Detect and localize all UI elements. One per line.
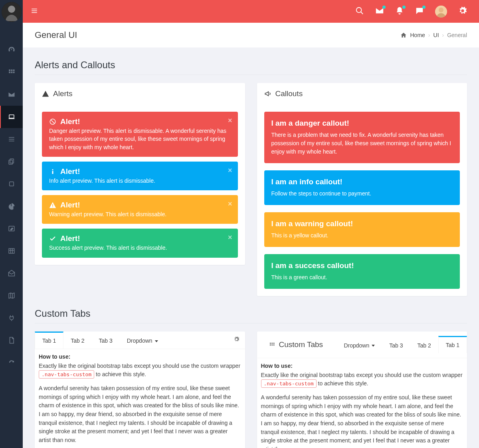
chat-button[interactable] bbox=[415, 6, 424, 17]
sidebar-item-mailbox[interactable] bbox=[0, 83, 23, 106]
svg-rect-34 bbox=[273, 342, 274, 343]
col-callouts: Callouts I am a danger callout! There is… bbox=[257, 83, 467, 296]
header-user-avatar[interactable] bbox=[435, 6, 447, 18]
tabs-settings-button[interactable] bbox=[228, 332, 245, 349]
callout-body: This is a yellow callout. bbox=[271, 231, 453, 240]
callout-success: I am a success callout! This is a green … bbox=[264, 254, 460, 289]
user-avatar[interactable] bbox=[2, 2, 22, 22]
svg-rect-2 bbox=[9, 69, 10, 71]
alert-body: Success alert preview. This alert is dis… bbox=[49, 244, 231, 252]
svg-rect-3 bbox=[11, 69, 12, 71]
svg-rect-22 bbox=[32, 10, 37, 11]
sidebar-item-ui[interactable] bbox=[0, 106, 23, 128]
howto-code: .nav-tabs-custom bbox=[39, 370, 94, 379]
tab-paragraph: A wonderful serenity has taken possessio… bbox=[39, 384, 241, 445]
sidebar-item-tables[interactable] bbox=[0, 240, 23, 262]
messages-button[interactable] bbox=[375, 6, 384, 17]
sidebar-item-apps[interactable] bbox=[0, 61, 23, 83]
svg-line-29 bbox=[51, 120, 55, 124]
svg-rect-4 bbox=[13, 69, 14, 71]
settings-button[interactable] bbox=[458, 6, 467, 17]
alert-close-button[interactable]: × bbox=[228, 116, 232, 125]
svg-point-1 bbox=[8, 6, 15, 13]
sidebar-item-box[interactable] bbox=[0, 173, 23, 195]
alert-close-button[interactable]: × bbox=[228, 233, 232, 242]
ban-icon bbox=[49, 118, 56, 125]
tab-1[interactable]: Tab 1 bbox=[35, 332, 63, 349]
notification-dot bbox=[382, 6, 386, 9]
plug-icon bbox=[8, 314, 15, 322]
svg-rect-5 bbox=[9, 72, 10, 73]
square-icon bbox=[8, 180, 15, 187]
sidebar-item-charts[interactable] bbox=[0, 195, 23, 217]
sidebar-toggle-button[interactable] bbox=[31, 7, 38, 16]
callout-body: Follow the steps to continue to payment. bbox=[271, 189, 453, 198]
tab-dropdown[interactable]: Dropdown bbox=[120, 332, 165, 349]
alert-body: Info alert preview. This alert is dismis… bbox=[49, 177, 231, 185]
sidebar-item-email[interactable] bbox=[0, 262, 23, 284]
callout-body: This is a green callout. bbox=[271, 273, 453, 282]
tab-2[interactable]: Tab 2 bbox=[63, 332, 91, 349]
menu-icon bbox=[8, 136, 15, 143]
header-right bbox=[355, 6, 467, 18]
tab-1[interactable]: Tab 1 bbox=[438, 336, 467, 353]
tab-dropdown-label: Dropdown bbox=[344, 342, 369, 349]
grid-icon bbox=[269, 342, 275, 348]
howto-text: Exactly like the original bootstrap tabs… bbox=[261, 371, 463, 388]
alert-warning: × Alert! Warning alert preview. This ale… bbox=[42, 195, 238, 224]
sidebar-item-pages[interactable] bbox=[0, 150, 23, 173]
callout-body: There is a problem that we need to fix. … bbox=[271, 131, 453, 156]
sidebar-item-share[interactable] bbox=[0, 351, 23, 374]
check-icon bbox=[49, 235, 56, 242]
sidebar-item-maps[interactable] bbox=[0, 284, 23, 307]
callouts-box: Callouts I am a danger callout! There is… bbox=[257, 83, 467, 296]
callouts-box-body: I am a danger callout! There is a proble… bbox=[257, 105, 467, 296]
sidebar-item-extensions[interactable] bbox=[0, 307, 23, 329]
chevron-down-icon bbox=[372, 345, 375, 347]
howto-label: How to use: bbox=[261, 363, 293, 369]
mail-icon bbox=[8, 91, 15, 98]
breadcrumb: Home › UI › General bbox=[400, 32, 467, 38]
chevron-down-icon bbox=[155, 340, 158, 342]
svg-rect-15 bbox=[9, 182, 14, 186]
sidebar-item-forms[interactable] bbox=[0, 128, 23, 150]
section-title-alerts: Alerts and Callouts bbox=[35, 59, 467, 71]
svg-rect-7 bbox=[13, 72, 14, 73]
breadcrumb-home[interactable]: Home bbox=[410, 32, 425, 38]
svg-point-27 bbox=[439, 8, 443, 12]
svg-rect-21 bbox=[32, 8, 37, 9]
file-icon bbox=[8, 337, 15, 344]
row-alerts-callouts: Alerts × Alert! Danger alert preview. Th… bbox=[35, 83, 467, 296]
sidebar-item-edit[interactable] bbox=[0, 217, 23, 240]
search-button[interactable] bbox=[355, 6, 364, 17]
callouts-box-title: Callouts bbox=[275, 89, 303, 98]
alert-close-button[interactable]: × bbox=[228, 166, 232, 175]
table-icon bbox=[8, 247, 15, 255]
grid-icon bbox=[8, 69, 15, 76]
alert-info: × Alert! Info alert preview. This alert … bbox=[42, 162, 238, 190]
tab-3[interactable]: Tab 3 bbox=[382, 336, 410, 353]
svg-point-24 bbox=[356, 7, 362, 12]
sidebar-item-dashboard[interactable] bbox=[0, 39, 23, 61]
tabs-header-text: Custom Tabs bbox=[279, 340, 323, 349]
alert-title: Alert! bbox=[60, 201, 80, 209]
tab-2[interactable]: Tab 2 bbox=[410, 336, 438, 353]
tab-dropdown[interactable]: Dropdown bbox=[336, 336, 382, 353]
alert-success: × Alert! Success alert preview. This ale… bbox=[42, 229, 238, 257]
alert-body: Danger alert preview. This alert is dism… bbox=[49, 127, 231, 151]
howto-pre: Exactly like the original bootstrap tabs… bbox=[261, 372, 463, 378]
tab-content: How to use: Exactly like the original bo… bbox=[35, 349, 245, 448]
tab-3[interactable]: Tab 3 bbox=[92, 332, 120, 349]
alert-title: Alert! bbox=[60, 234, 80, 243]
col-tabs-right: Tab 1 Tab 2 Tab 3 Dropdown Custom Tabs H… bbox=[257, 332, 467, 448]
search-icon bbox=[355, 6, 364, 15]
sidebar bbox=[0, 0, 23, 448]
svg-rect-10 bbox=[9, 137, 14, 138]
alert-close-button[interactable]: × bbox=[228, 200, 232, 208]
alerts-box: Alerts × Alert! Danger alert preview. Th… bbox=[35, 83, 245, 265]
main: Alerts and Callouts Alerts × Alert! Dang… bbox=[23, 47, 479, 448]
notifications-button[interactable] bbox=[395, 6, 404, 17]
sidebar-item-docs[interactable] bbox=[0, 329, 23, 351]
alert-title: Alert! bbox=[60, 167, 80, 176]
breadcrumb-ui[interactable]: UI bbox=[433, 32, 439, 38]
